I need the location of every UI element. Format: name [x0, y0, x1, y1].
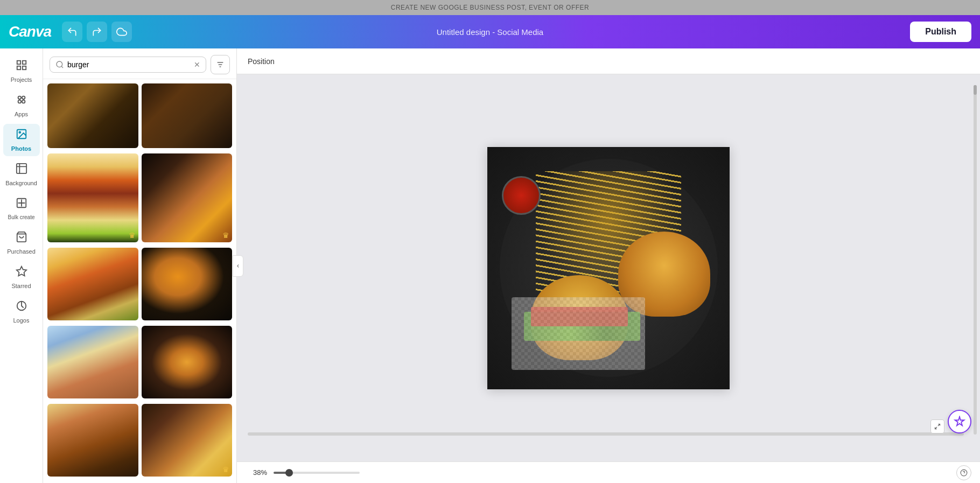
- sparkle-icon: [954, 416, 965, 428]
- svg-line-16: [61, 66, 63, 68]
- photo-item-6[interactable]: [142, 248, 233, 320]
- photo-icon: [16, 128, 27, 143]
- question-icon: [960, 469, 968, 477]
- photo-item-1[interactable]: [47, 83, 138, 148]
- svg-rect-10: [16, 164, 26, 173]
- save-cloud-button[interactable]: [111, 22, 132, 42]
- canvas-scrollbar-v[interactable]: [974, 85, 977, 435]
- svg-point-5: [22, 96, 24, 100]
- photo-item-4[interactable]: ♛: [142, 153, 233, 242]
- canvas-scrollbar-h[interactable]: [248, 432, 964, 436]
- apps-icon: [16, 94, 27, 109]
- zoom-display: 38%: [246, 468, 267, 477]
- zoom-slider[interactable]: [274, 472, 360, 474]
- search-bar: ✕: [43, 48, 236, 79]
- sidebar-item-label-photos: Photos: [11, 145, 31, 152]
- sidebar-item-apps[interactable]: Apps: [3, 89, 40, 122]
- redo-button[interactable]: [87, 22, 107, 42]
- search-clear-button[interactable]: ✕: [194, 60, 200, 69]
- purchased-icon: [16, 231, 27, 246]
- svg-point-6: [18, 100, 21, 103]
- svg-rect-0: [17, 61, 20, 64]
- filter-button[interactable]: [211, 55, 230, 74]
- sidebar-item-starred[interactable]: Starred: [3, 261, 40, 293]
- main-content: Projects Apps: [0, 48, 980, 483]
- topbar: Canva Untitled design - Social Media Pub…: [0, 15, 980, 48]
- sidebar-item-label-background: Background: [5, 180, 37, 186]
- panel-wrap: ✕: [43, 48, 237, 483]
- sidebar-item-label-starred: Starred: [11, 283, 31, 289]
- design-title: Untitled design - Social Media: [437, 27, 543, 37]
- svg-rect-1: [22, 61, 25, 64]
- redo-icon: [92, 26, 102, 37]
- svg-marker-13: [16, 267, 26, 276]
- premium-badge-10: ♛: [222, 465, 229, 474]
- svg-point-9: [19, 131, 20, 133]
- canvas-toolbar: Position: [237, 48, 980, 74]
- icon-sidebar: Projects Apps: [0, 48, 43, 483]
- sidebar-item-projects[interactable]: Projects: [3, 55, 40, 87]
- svg-point-4: [18, 96, 21, 100]
- background-icon: [16, 163, 27, 178]
- photo-grid: ♛ ♛: [43, 79, 236, 483]
- premium-badge-3: ♛: [129, 231, 136, 240]
- canvas-bottom-bar: 38%: [237, 461, 980, 483]
- photo-item-7[interactable]: [47, 326, 138, 398]
- canvas-area: Position: [237, 48, 980, 483]
- undo-button[interactable]: [62, 22, 82, 42]
- undo-icon: [67, 26, 78, 37]
- photo-item-8[interactable]: [142, 326, 233, 398]
- cloud-icon: [116, 26, 127, 37]
- star-icon: [16, 265, 27, 281]
- help-button[interactable]: [956, 465, 971, 480]
- sidebar-item-purchased[interactable]: Purchased: [3, 227, 40, 259]
- top-banner: CREATE NEW GOOGLE BUSINESS POST, EVENT O…: [0, 0, 980, 15]
- sidebar-item-label-apps: Apps: [15, 111, 28, 117]
- svg-rect-3: [22, 66, 25, 69]
- sidebar-item-label-logos: Logos: [13, 317, 30, 324]
- svg-point-7: [22, 100, 24, 103]
- canva-logo[interactable]: Canva: [9, 23, 51, 40]
- logo-icon: [16, 300, 27, 315]
- premium-badge-4: ♛: [222, 231, 229, 240]
- sidebar-item-photos[interactable]: Photos: [3, 124, 40, 156]
- photo-item-2[interactable]: [142, 83, 233, 148]
- canvas-design[interactable]: [487, 147, 730, 389]
- photo-item-5[interactable]: [47, 248, 138, 320]
- photo-item-3[interactable]: ♛: [47, 153, 138, 242]
- sidebar-item-logos[interactable]: Logos: [3, 296, 40, 328]
- publish-button[interactable]: Publish: [910, 22, 971, 42]
- bulk-icon: [16, 197, 27, 212]
- banner-text: CREATE NEW GOOGLE BUSINESS POST, EVENT O…: [391, 4, 589, 11]
- svg-point-15: [57, 61, 62, 67]
- canvas-viewport[interactable]: [237, 74, 980, 461]
- photos-panel: ✕: [43, 48, 237, 483]
- search-input-wrap: ✕: [50, 57, 206, 73]
- canvas-scrollbar-thumb-v: [974, 85, 977, 95]
- search-input[interactable]: [67, 60, 191, 69]
- sidebar-item-label-projects: Projects: [11, 76, 32, 83]
- grid-icon: [16, 59, 27, 74]
- expand-icon: [934, 423, 941, 430]
- position-label: Position: [248, 57, 275, 66]
- sidebar-item-label-purchased: Purchased: [7, 248, 36, 255]
- photo-item-10[interactable]: ♛: [142, 404, 233, 477]
- sidebar-item-label-bulk: Bulk create: [8, 214, 34, 220]
- sidebar-item-background[interactable]: Background: [3, 158, 40, 191]
- panel-collapse-handle[interactable]: [233, 255, 243, 277]
- filter-icon: [216, 60, 225, 69]
- magic-ai-button[interactable]: [948, 410, 971, 433]
- search-icon: [55, 60, 64, 69]
- photo-item-9[interactable]: [47, 404, 138, 477]
- svg-rect-2: [17, 66, 20, 69]
- expand-button[interactable]: [930, 419, 944, 433]
- chevron-left-icon: [235, 263, 241, 269]
- sidebar-item-bulk-create[interactable]: Bulk create: [3, 193, 40, 225]
